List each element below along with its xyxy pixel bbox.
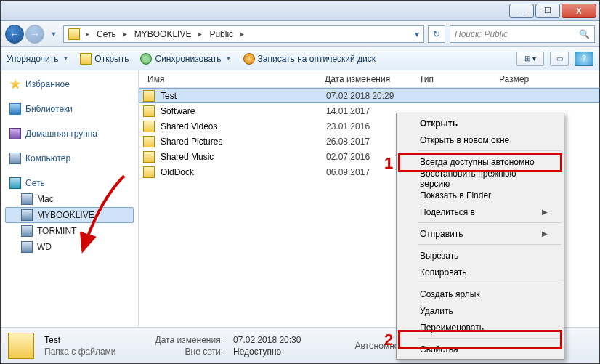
chevron-down-icon: ▼ [62,55,68,62]
homegroup-header[interactable]: Домашняя группа [5,126,134,142]
breadcrumb-root[interactable]: Сеть [92,26,121,42]
ctx-show-finder[interactable]: Показать в Finder [398,187,562,203]
computer-icon [21,225,33,237]
separator [418,283,561,283]
separator [418,222,561,223]
folder-icon [143,90,155,102]
chevron-right-icon[interactable]: ▸ [83,30,92,38]
col-size[interactable]: Размер [499,74,557,84]
ctx-open-new-window[interactable]: Открыть в новом окне [398,132,562,148]
folder-icon [143,121,155,132]
search-input[interactable]: Поиск: Public 🔍 [450,25,595,43]
folder-icon [8,333,34,359]
status-title: Test [44,335,116,345]
star-icon [9,78,21,90]
context-menu: Открыть Открыть в новом окне Всегда дост… [396,113,564,360]
burn-button[interactable]: Записать на оптический диск [243,53,376,65]
folder-icon [68,28,80,40]
libraries-header[interactable]: Библиотеки [5,101,134,117]
folder-open-icon [80,53,92,65]
ctx-open[interactable]: Открыть [398,115,562,132]
open-button[interactable]: Открыть [80,53,129,65]
organize-button[interactable]: Упорядочить▼ [7,54,68,64]
folder-icon [143,136,155,147]
annotation-number-2: 2 [384,331,393,349]
nav-pane: Избранное Библиотеки Домашняя группа Ком… [1,70,139,327]
disc-icon [243,53,255,65]
ctx-create-shortcut[interactable]: Создать ярлык [398,286,562,302]
back-button[interactable]: ← [5,25,24,44]
computer-icon [21,193,33,205]
file-row[interactable]: Test07.02.2018 20:29 [139,88,599,103]
separator [418,338,561,339]
sync-button[interactable]: Синхронизовать▼ [140,53,231,65]
chevron-down-icon: ▼ [226,55,232,62]
ctx-rename[interactable]: Переименовать [398,319,562,336]
col-name[interactable]: Имя [143,74,325,84]
libraries-icon [9,103,21,115]
breadcrumb-l2[interactable]: Public [205,26,238,42]
folder-icon [143,151,155,163]
view-options-button[interactable]: ⊞ ▾ [516,52,544,66]
status-date-label: Дата изменения: [155,335,224,345]
ctx-send-to[interactable]: Отправить▶ [398,225,562,242]
search-icon: 🔍 [579,29,590,39]
ctx-properties[interactable]: Свойства [398,341,562,357]
ctx-share[interactable]: Поделиться в▶ [398,203,562,220]
folder-icon [143,105,155,117]
sync-icon [140,53,152,65]
status-subtitle: Папка с файлами [44,347,116,357]
help-button[interactable]: ? [575,52,593,66]
nav-bar: ← → ▼ ▸ Сеть ▸ MYBOOKLIVE ▸ Public ▸ ▾ ↻… [1,21,599,47]
refresh-button[interactable]: ↻ [428,25,445,43]
favorites-header[interactable]: Избранное [5,76,134,92]
computer-icon [9,153,21,164]
search-placeholder: Поиск: Public [455,29,508,39]
ctx-cut[interactable]: Вырезать [398,247,562,264]
separator [418,150,561,151]
network-item-wd[interactable]: WD [5,239,134,255]
chevron-right-icon[interactable]: ▸ [238,30,247,38]
preview-pane-button[interactable]: ▭ [550,52,569,66]
close-button[interactable]: X [562,4,596,18]
history-dropdown[interactable]: ▼ [49,27,59,41]
separator [418,244,561,245]
breadcrumb-l1[interactable]: MYBOOKLIVE [130,26,196,42]
status-net-value: Недоступно [233,347,301,357]
maximize-button[interactable]: ☐ [535,4,560,18]
column-headers: Имя Дата изменения Тип Размер [139,70,599,88]
ctx-copy[interactable]: Копировать [398,264,562,280]
network-item-mybooklive[interactable]: MYBOOKLIVE [5,207,134,223]
computer-icon [21,209,33,221]
network-item-tormint[interactable]: TORMINT [5,223,134,239]
address-dropdown[interactable]: ▾ [412,29,422,39]
chevron-right-icon[interactable]: ▸ [195,30,205,38]
status-net-label: Вне сети: [155,347,224,357]
titlebar: — ☐ X [1,1,599,21]
network-icon [9,177,21,189]
network-item-mac[interactable]: Mac [5,191,134,207]
annotation-number-1: 1 [384,154,393,173]
ctx-delete[interactable]: Удалить [398,302,562,319]
computer-icon [21,241,33,253]
chevron-right-icon: ▶ [542,230,548,238]
homegroup-icon [9,128,21,139]
minimize-button[interactable]: — [509,4,534,18]
toolbar: Упорядочить▼ Открыть Синхронизовать▼ Зап… [1,47,599,70]
col-type[interactable]: Тип [419,74,499,84]
computer-header[interactable]: Компьютер [5,150,134,166]
chevron-right-icon[interactable]: ▸ [121,30,130,38]
status-date-value: 07.02.2018 20:30 [233,335,301,345]
address-bar[interactable]: ▸ Сеть ▸ MYBOOKLIVE ▸ Public ▸ ▾ [63,25,424,43]
col-date[interactable]: Дата изменения [325,74,419,84]
network-header[interactable]: Сеть [5,175,134,191]
forward-button[interactable]: → [25,25,44,44]
ctx-restore-version[interactable]: Восстановить прежнюю версию [398,170,562,187]
chevron-right-icon: ▶ [542,208,548,216]
folder-icon [143,166,155,178]
